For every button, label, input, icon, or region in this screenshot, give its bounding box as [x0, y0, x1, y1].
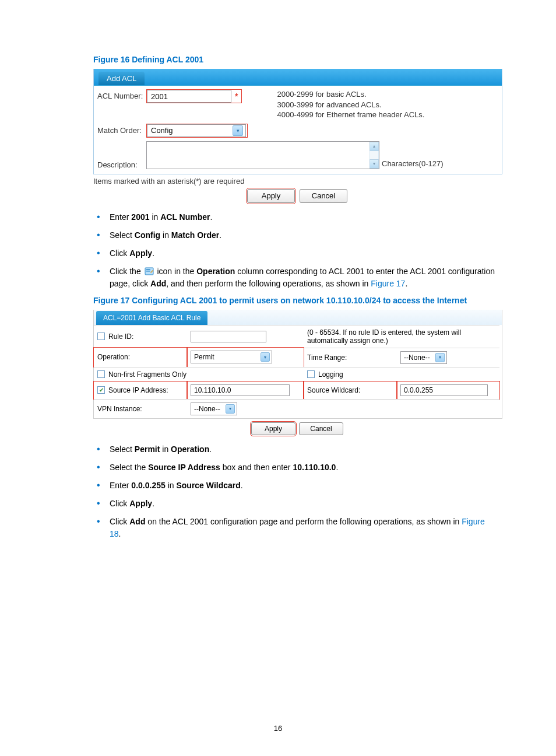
tab-add-acl[interactable]: Add ACL — [98, 72, 145, 85]
figure-16-caption: Figure 16 Defining ACL 2001 — [93, 55, 498, 64]
step-item: Select the Source IP Address box and the… — [93, 461, 498, 474]
source-ip-label: Source IP Address: — [108, 386, 168, 394]
cancel-button[interactable]: Cancel — [300, 189, 347, 203]
source-ip-checkbox[interactable]: ✔ — [97, 386, 105, 394]
vpn-instance-select-cell: --None-- ▾ — [187, 399, 499, 418]
time-range-select[interactable]: --None-- ▾ — [400, 351, 447, 364]
svg-rect-1 — [146, 269, 150, 270]
step-item: Click the icon in the Operation column c… — [93, 265, 498, 290]
step-item: Select Permit in Operation. — [93, 443, 498, 456]
source-ip-input-cell — [186, 381, 304, 400]
description-label: Description: — [97, 151, 146, 169]
match-order-select[interactable]: Config ▾ — [147, 124, 246, 137]
description-textarea[interactable]: ▴ ▾ — [146, 141, 379, 169]
figure-17-caption: Figure 17 Configuring ACL 2001 to permit… — [93, 296, 498, 305]
operation-select[interactable]: Permit ▾ — [191, 351, 272, 363]
source-ip-label-cell: ✔ Source IP Address: — [93, 381, 188, 400]
vpn-instance-label: VPN Instance: — [94, 399, 187, 418]
logging-cell: Logging — [304, 367, 499, 382]
required-star: * — [235, 92, 238, 101]
rule-id-input[interactable] — [191, 331, 266, 342]
source-wildcard-input-cell — [396, 381, 500, 400]
step-item: Select Config in Match Order. — [93, 229, 498, 242]
rule-id-hint: (0 - 65534. If no rule ID is entered, th… — [304, 325, 499, 348]
scroll-up-icon[interactable]: ▴ — [370, 142, 379, 151]
chevron-down-icon: ▾ — [261, 352, 270, 362]
step-item: Click Add on the ACL 2001 configuration … — [93, 516, 498, 540]
apply-button[interactable]: Apply — [247, 189, 295, 203]
rule-id-label: Rule ID: — [108, 332, 133, 341]
tab-add-basic-acl-rule[interactable]: ACL=2001 Add Basic ACL Rule — [96, 311, 207, 325]
acl-range-hint: 2000-2999 for basic ACLs. 3000-3999 for … — [277, 89, 424, 120]
char-limit-hint: Characters(0-127) — [382, 159, 444, 169]
source-ip-input[interactable] — [191, 384, 290, 396]
svg-rect-2 — [146, 271, 150, 272]
rule-id-cell: Rule ID: — [94, 325, 187, 348]
nonfirst-fragments-label: Non-first Fragments Only — [108, 370, 186, 379]
add-acl-panel: Add ACL ACL Number: * 2000-2999 for basi… — [93, 69, 502, 174]
source-wildcard-label: Source Wildcard: — [303, 381, 397, 400]
step-item: Enter 2001 in ACL Number. — [93, 211, 498, 223]
add-basic-acl-rule-panel: ACL=2001 Add Basic ACL Rule Rule ID: (0 … — [93, 310, 502, 419]
edit-icon — [145, 267, 154, 275]
time-range-label: Time Range: — [304, 348, 397, 367]
time-range-select-cell: --None-- ▾ — [397, 348, 499, 367]
acl-number-label: ACL Number: — [97, 89, 146, 100]
logging-checkbox[interactable] — [307, 370, 315, 378]
step-item: Click Apply. — [93, 247, 498, 260]
chevron-down-icon: ▾ — [226, 404, 235, 414]
operation-label-cell: Operation: — [93, 347, 188, 368]
figure-17-link[interactable]: Figure 17 — [371, 279, 405, 288]
page-number: 16 — [0, 724, 556, 733]
match-order-label: Match Order: — [97, 124, 146, 135]
step-item: Enter 0.0.0.255 in Source Wildcard. — [93, 480, 498, 492]
figure-17-steps: Select Permit in Operation. Select the S… — [93, 443, 498, 540]
apply-button[interactable]: Apply — [251, 422, 295, 435]
tabbar: Add ACL — [94, 69, 502, 86]
operation-label: Operation: — [97, 353, 130, 361]
required-note: Items marked with an asterisk(*) are req… — [93, 177, 498, 186]
source-wildcard-input[interactable] — [400, 384, 488, 396]
tabbar: ACL=2001 Add Basic ACL Rule — [94, 310, 502, 325]
vpn-instance-select[interactable]: --None-- ▾ — [191, 402, 237, 415]
step-item: Click Apply. — [93, 498, 498, 510]
nonfirst-fragments-checkbox[interactable] — [97, 370, 105, 378]
acl-number-input[interactable] — [147, 90, 231, 103]
figure-16-steps: Enter 2001 in ACL Number. Select Config … — [93, 211, 498, 290]
nonfirst-fragments-cell: Non-first Fragments Only — [94, 367, 304, 382]
rule-id-checkbox[interactable] — [97, 332, 105, 340]
logging-label: Logging — [318, 370, 343, 379]
cancel-button[interactable]: Cancel — [299, 422, 343, 435]
chevron-down-icon: ▾ — [435, 353, 445, 362]
rule-id-input-cell — [187, 325, 304, 348]
scroll-down-icon[interactable]: ▾ — [370, 159, 379, 169]
chevron-down-icon: ▾ — [233, 125, 243, 136]
operation-select-cell: Permit ▾ — [186, 347, 304, 368]
